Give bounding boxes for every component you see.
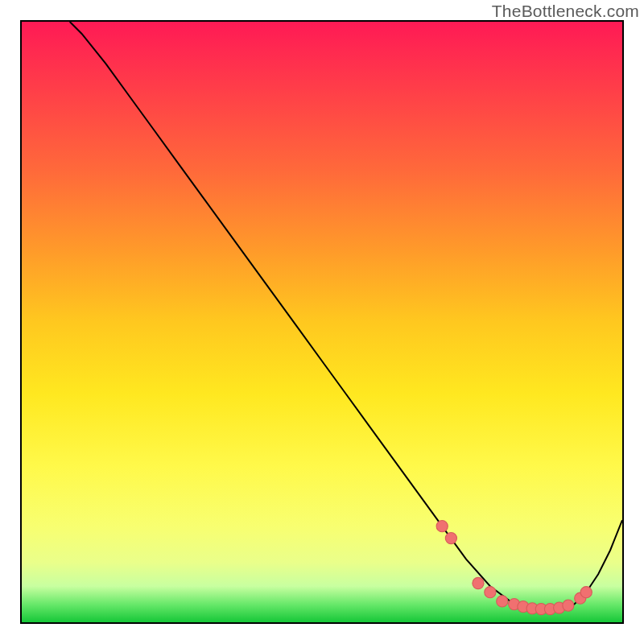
- highlight-dot: [563, 600, 574, 611]
- highlight-dot: [445, 532, 456, 543]
- highlight-dot: [580, 587, 592, 598]
- plot-area: [20, 20, 624, 624]
- watermark-text: TheBottleneck.com: [492, 2, 639, 21]
- dots-svg: [22, 22, 622, 622]
- highlight-dot: [436, 521, 448, 532]
- highlight-dot: [473, 577, 484, 588]
- highlight-dot: [497, 596, 508, 607]
- highlight-dot: [485, 587, 496, 598]
- chart-stage: TheBottleneck.com: [0, 0, 644, 644]
- highlighted-points: [436, 521, 592, 615]
